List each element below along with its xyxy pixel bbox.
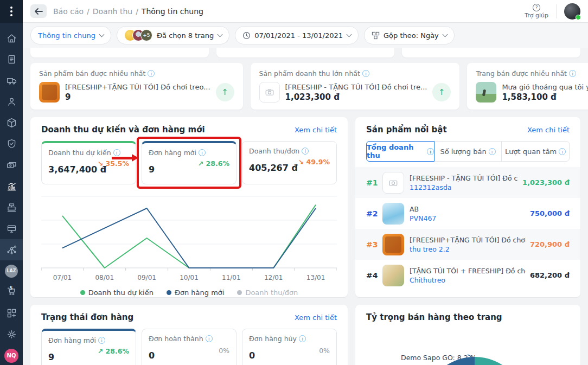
- chevron-down-icon: [99, 31, 105, 37]
- stat-card-top-revenue-product: Sản phẩm doanh thu lớn nhất [FREESHIP - …: [251, 63, 460, 110]
- product-thumbnail-placeholder: [259, 82, 280, 103]
- view-detail-link[interactable]: Xem chi tiết: [295, 126, 337, 134]
- sidebar-item-orders[interactable]: [0, 49, 23, 70]
- sidebar-item-reports[interactable]: [0, 176, 23, 197]
- page-share-card: Tỷ trọng bán hàng theo trang Demo Sapo G…: [355, 305, 580, 365]
- back-button[interactable]: [30, 4, 47, 18]
- sidebar-item-home[interactable]: [0, 28, 23, 49]
- metric-tab-completed-orders[interactable]: Đơn hoàn thành 0% 0: [142, 329, 237, 365]
- legend-item[interactable]: Đơn hàng mới: [167, 289, 224, 297]
- product-title: [FREESHIP+TẶNG TÚI TỎI] Đồ chơi treo nôi…: [410, 236, 526, 244]
- rank-badge: #2: [366, 209, 382, 218]
- rank-badge: #4: [366, 271, 382, 280]
- user-initials-badge: NQ: [4, 349, 18, 363]
- metric-change: ↘ 49.9%: [298, 158, 330, 166]
- revenue-metric-tabs: Doanh thu dự kiến ↘ 35.5% 3,647,400 đ Đơ…: [41, 141, 337, 184]
- sidebar-item-apps[interactable]: [0, 303, 23, 324]
- product-link[interactable]: Chithutreo: [410, 276, 526, 284]
- date-range-filter[interactable]: 07/01/2021 - 13/01/2021: [235, 26, 359, 44]
- pages-filter-value: Đã chọn 8 trang: [157, 31, 214, 40]
- user-avatar[interactable]: [564, 3, 580, 20]
- sidebar-item-products[interactable]: [0, 112, 23, 133]
- sidebar-item-settings[interactable]: [0, 324, 23, 345]
- sidebar-item-channels[interactable]: [0, 239, 23, 260]
- product-link[interactable]: thu treo 2.2: [410, 245, 526, 253]
- breadcrumb-reports[interactable]: Báo cáo: [53, 7, 84, 16]
- sidebar-item-shipping[interactable]: [0, 70, 23, 91]
- truck-icon: [6, 75, 17, 86]
- cash-register-icon: [6, 202, 17, 213]
- info-icon[interactable]: [299, 335, 306, 342]
- product-value: 720,900 đ: [530, 240, 570, 248]
- product-value: 682,200 đ: [530, 271, 570, 279]
- chevron-down-icon: [218, 31, 223, 37]
- stat-card-top-selling-product: Sản phẩm bán được nhiều nhất [FREESHIP+T…: [30, 63, 243, 110]
- page-avatars: +5: [124, 29, 152, 41]
- info-icon[interactable]: [199, 149, 206, 156]
- group-by-filter[interactable]: Gộp theo: Ngày: [364, 26, 455, 44]
- svg-text:07/01: 07/01: [53, 274, 72, 281]
- info-icon[interactable]: [206, 335, 213, 342]
- sidebar-item-finance[interactable]: [0, 155, 23, 176]
- metric-tab-cancelled-orders[interactable]: Đơn hàng hủy 0% 0: [242, 329, 337, 365]
- legend-item[interactable]: Doanh thu/đơn: [237, 289, 298, 297]
- metric-value: 0: [149, 350, 229, 361]
- camera-icon: [388, 178, 398, 188]
- view-detail-link[interactable]: Xem chi tiết: [527, 126, 570, 134]
- stat-title: Trang bán được nhiều nhất: [476, 69, 567, 78]
- app-menu-button[interactable]: [0, 0, 23, 23]
- metric-tab-revenue-per-order[interactable]: Doanh thu/đơn ↘ 49.9% 405,267 đ: [242, 141, 337, 184]
- view-detail-link[interactable]: Xem chi tiết: [295, 313, 337, 322]
- sidebar-item-customers[interactable]: [0, 91, 23, 112]
- info-icon[interactable]: [489, 148, 496, 155]
- sidebar-item-storefront[interactable]: [0, 218, 23, 239]
- info-icon[interactable]: [113, 149, 120, 156]
- tab-label: Lượt quan tâm: [505, 148, 557, 156]
- pie-chart-area: Demo Sapo GO: 8.2 %: [366, 322, 570, 365]
- pages-filter[interactable]: +5 Đã chọn 8 trang: [117, 26, 229, 44]
- metric-change: 0%: [319, 347, 330, 355]
- legend-dot: [237, 290, 242, 295]
- info-icon[interactable]: [427, 148, 433, 155]
- sidebar-item-shopee[interactable]: S: [0, 281, 23, 303]
- product-row: #2 AB PVN467 750,000 đ: [355, 198, 580, 229]
- info-icon[interactable]: [569, 70, 576, 77]
- metric-tab-new-orders[interactable]: Đơn hàng mới ↗ 28.6% 9: [41, 329, 136, 365]
- product-link[interactable]: PVN467: [410, 214, 526, 222]
- tab-quantity-sold[interactable]: Số lượng bán: [434, 141, 502, 162]
- help-label: Trợ giúp: [525, 12, 548, 19]
- report-type-filter[interactable]: Thông tin chung: [30, 26, 111, 44]
- stat-value: 1,023,300 đ: [285, 92, 427, 102]
- topbar-divider: [556, 4, 557, 18]
- grid-plus-icon: [6, 308, 17, 319]
- shield-check-icon: [6, 138, 17, 150]
- stat-card-top-selling-page: Trang bán được nhiều nhất Mưa gió thoáng…: [467, 63, 588, 110]
- svg-text:13/01: 13/01: [306, 274, 325, 281]
- info-icon[interactable]: [559, 148, 566, 155]
- section-title: Trạng thái đơn hàng: [41, 312, 133, 322]
- metric-tab-expected-revenue[interactable]: Doanh thu dự kiến ↘ 35.5% 3,647,400 đ: [41, 141, 136, 184]
- info-icon[interactable]: [362, 70, 369, 77]
- trend-up-icon: ↑: [216, 83, 234, 101]
- help-button[interactable]: Trợ giúp: [525, 4, 548, 19]
- metric-label: Đơn hoàn thành: [149, 335, 203, 343]
- sidebar-item-user[interactable]: NQ: [0, 345, 23, 365]
- product-name: [FREESHIP+TẶNG TÚI TỎI] Đồ chơi treo...: [65, 83, 210, 91]
- stat-value: 9: [65, 92, 210, 102]
- sidebar-item-lazada[interactable]: LAZ: [0, 260, 23, 281]
- info-icon[interactable]: [302, 148, 309, 155]
- main-content: Sản phẩm bán được nhiều nhất [FREESHIP+T…: [23, 48, 588, 365]
- filter-bar: Thông tin chung +5 Đã chọn 8 trang 07/01…: [23, 23, 588, 48]
- tab-interest[interactable]: Lượt quan tâm: [501, 141, 570, 162]
- legend-item[interactable]: Doanh thu dự kiến: [80, 289, 154, 297]
- sidebar-item-warranty[interactable]: [0, 133, 23, 155]
- topbar: Báo cáo / Doanh thu / Thông tin chung Tr…: [23, 0, 588, 23]
- info-icon[interactable]: [148, 70, 155, 77]
- metric-tab-new-orders[interactable]: Đơn hàng mới ↗ 28.6% 9: [142, 141, 237, 184]
- sidebar-item-pos[interactable]: [0, 197, 23, 218]
- breadcrumb-revenue[interactable]: Doanh thu: [93, 7, 132, 16]
- product-link[interactable]: 112312asda: [410, 183, 518, 191]
- tab-total-revenue[interactable]: Tổng doanh thu: [366, 141, 434, 162]
- rank-badge: #1: [366, 178, 382, 187]
- info-icon[interactable]: [98, 337, 105, 344]
